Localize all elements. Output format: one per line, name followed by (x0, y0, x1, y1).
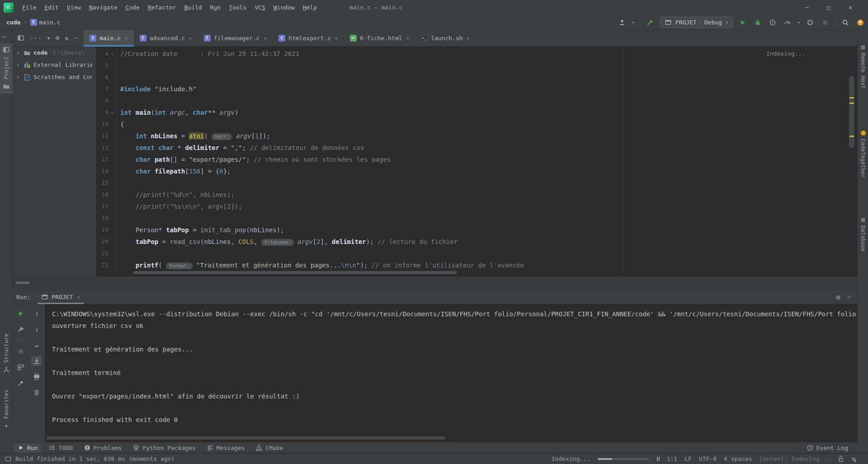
run-console[interactable]: C:\WINDOWS\system32\wsl.exe --distributi… (45, 304, 857, 442)
soft-wrap-button[interactable]: ↵ (31, 340, 42, 350)
pause-icon[interactable] (657, 457, 660, 461)
error-stripe-mark[interactable] (849, 136, 854, 137)
tool-window-button-messages[interactable]: Messages (203, 443, 249, 453)
panel-splitter[interactable] (13, 277, 857, 291)
menu-item-edit[interactable]: Edit (40, 0, 62, 15)
up-stack-trace-button[interactable]: ↑ (31, 309, 42, 319)
print-button[interactable] (31, 372, 42, 382)
error-stripe-mark[interactable] (849, 97, 854, 98)
editor-tab-main.c[interactable]: Cmain.c✕ (84, 30, 134, 46)
tool-window-button-problems[interactable]: Problems (80, 443, 126, 453)
file-encoding[interactable]: UTF-8 (699, 455, 717, 462)
indent-setting[interactable]: 4 spaces (724, 455, 752, 462)
splitter-handle[interactable] (15, 281, 30, 284)
clear-console-button[interactable] (31, 388, 42, 398)
editor-vertical-scrollbar[interactable] (849, 76, 854, 148)
hide-panel-icon[interactable]: ─ (74, 35, 77, 42)
chevron-right-icon[interactable]: › (16, 74, 21, 80)
restore-layout-button[interactable] (15, 362, 26, 372)
menu-item-window[interactable]: Window (269, 0, 299, 15)
close-button[interactable]: ✕ (843, 4, 858, 11)
menu-item-build[interactable]: Build (180, 0, 206, 15)
menu-item-navigate[interactable]: Navigate (85, 0, 122, 15)
sidebar-item-codetogether[interactable]: CodeTogether (858, 130, 868, 178)
gear-icon[interactable]: ⚙ (836, 293, 840, 301)
editor-tab-advanced.c[interactable]: Cadvanced.c✕ (134, 30, 198, 46)
menu-item-help[interactable]: Help (299, 0, 321, 15)
close-icon[interactable]: ✕ (125, 35, 128, 41)
stop-button[interactable] (15, 347, 26, 356)
locate-target-icon[interactable]: ⊕ (56, 34, 60, 42)
status-message[interactable]: Build finished in 1 sec, 638 ms (moments… (15, 455, 175, 462)
stop-button[interactable] (820, 17, 830, 28)
run-tab-projet[interactable]: PROJET ✕ (37, 291, 85, 304)
caret-position[interactable]: 1:1 (667, 455, 677, 462)
code-editor[interactable]: 4//Creation date : Fri Jun 25 11:42:37 2… (96, 47, 857, 277)
debug-button[interactable] (753, 17, 763, 28)
build-button[interactable] (645, 17, 655, 28)
menu-item-vcs[interactable]: VCS (250, 0, 269, 15)
maximize-button[interactable]: ▢ (821, 4, 836, 11)
console-line: Ouvrez "export/pages/index.html" afin de… (52, 390, 857, 402)
editor-tab-htmlexport.c[interactable]: Chtmlexport.c✕ (273, 30, 344, 46)
close-icon[interactable]: ✕ (467, 35, 470, 41)
tool-window-button-python-packages[interactable]: Python Packages (129, 443, 199, 453)
minimize-button[interactable]: ─ (799, 4, 815, 11)
console-horizontal-scrollbar[interactable] (47, 436, 445, 440)
close-icon[interactable]: ✕ (189, 35, 192, 41)
user-button[interactable] (617, 17, 627, 28)
tool-window-button-cmake[interactable]: CMake (252, 443, 287, 453)
chevron-down-icon[interactable]: ▼ (47, 36, 50, 41)
chevron-right-icon[interactable]: › (16, 61, 21, 68)
chevron-right-icon[interactable]: › (16, 49, 21, 56)
more-options-icon[interactable]: ··· (30, 35, 42, 42)
rerun-button[interactable] (15, 309, 26, 319)
sidebar-item-favorites[interactable]: Favorites ★ (0, 389, 13, 429)
editor-tab-filemanager.c[interactable]: Cfilemanager.c✕ (198, 30, 273, 46)
breadcrumb-file[interactable]: Cmain.c (30, 19, 61, 26)
search-everywhere-button[interactable] (840, 17, 850, 28)
menu-item-run[interactable]: Run (206, 0, 225, 15)
scroll-to-end-button[interactable] (31, 356, 42, 366)
profiler-button[interactable] (805, 17, 815, 28)
event-log-button[interactable]: Event Log (807, 444, 868, 451)
gear-badge-icon[interactable]: ⚙ (852, 455, 855, 462)
update-notification-button[interactable] (855, 17, 865, 28)
sidebar-item-database[interactable]: ▤Database (858, 216, 868, 252)
panel-icon[interactable] (17, 34, 24, 42)
sidebar-item-structure[interactable]: Structure (0, 333, 13, 373)
editor-tab-0-fiche.html[interactable]: <>0-fiche.html✕ (344, 30, 415, 46)
profile-button[interactable] (768, 17, 778, 28)
menu-item-code[interactable]: Code (122, 0, 144, 15)
close-icon[interactable]: ✕ (77, 294, 80, 300)
close-icon[interactable]: ✕ (264, 35, 267, 41)
close-icon[interactable]: ✕ (335, 35, 338, 41)
tree-item-scratches[interactable]: ›Scratches and Consoles (13, 71, 92, 83)
menu-item-refactor[interactable]: Refactor (144, 0, 180, 15)
editor-horizontal-scrollbar[interactable] (133, 271, 457, 274)
run-button[interactable] (738, 17, 748, 28)
line-ending[interactable]: LF (684, 455, 692, 462)
error-stripe-mark[interactable] (849, 103, 854, 104)
down-stack-trace-button[interactable]: ↓ (31, 324, 42, 334)
close-icon[interactable]: ✕ (406, 35, 410, 41)
lock-open-icon[interactable] (837, 455, 844, 463)
coverage-button[interactable] (783, 17, 793, 28)
hide-tool-window-icon[interactable]: ─ (847, 294, 851, 300)
run-configuration-select[interactable]: PROJETDebug▾ (660, 17, 733, 28)
breadcrumb-project[interactable]: code (6, 19, 20, 26)
tool-window-button-run[interactable]: Run (14, 443, 41, 453)
tree-item-external[interactable]: ›External Libraries (13, 59, 92, 71)
event-log-label: Event Log (816, 445, 848, 451)
tree-item-code[interactable]: ›codeC:\Users\ (13, 47, 92, 59)
collapse-all-icon[interactable]: ⇅ (65, 35, 69, 42)
menu-item-view[interactable]: View (63, 0, 85, 15)
editor-tab-launch.sh[interactable]: >_launch.sh✕ (415, 30, 476, 46)
tool-window-button-todo[interactable]: TODO (45, 443, 76, 453)
pin-tab-button[interactable] (15, 378, 26, 388)
edit-configuration-button[interactable] (15, 324, 26, 334)
sidebar-item-project[interactable]: Project (0, 43, 13, 94)
menu-item-file[interactable]: File (18, 0, 40, 15)
sidebar-item-remote-host[interactable]: ▥Remote Host (858, 43, 868, 89)
menu-item-tools[interactable]: Tools (225, 0, 250, 15)
